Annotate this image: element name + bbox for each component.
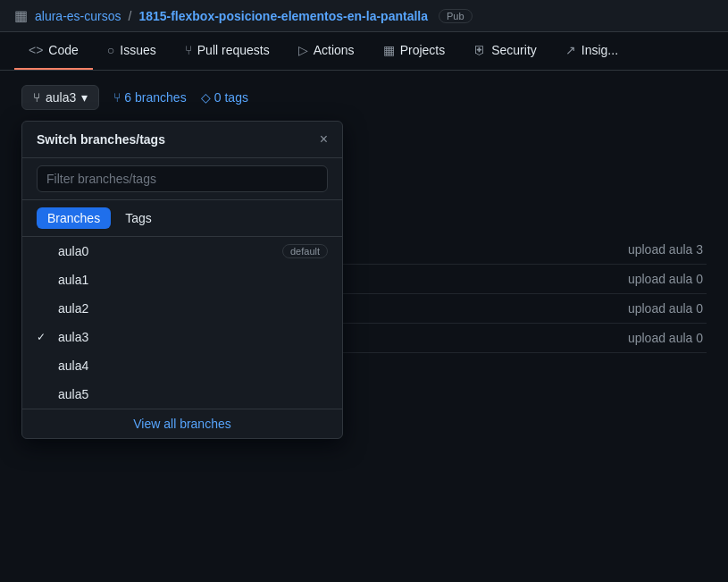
commit-msg-1: upload aula 0 bbox=[628, 272, 703, 286]
branch-selector-label: aula3 bbox=[46, 90, 76, 105]
branch-item-aula5[interactable]: aula5 bbox=[22, 380, 342, 409]
tab-actions-label: Actions bbox=[314, 43, 355, 57]
repo-separator: / bbox=[128, 9, 131, 23]
repo-owner[interactable]: alura-es-cursos bbox=[35, 9, 121, 23]
branch-item-aula4[interactable]: aula4 bbox=[22, 351, 342, 380]
branch-selector-button[interactable]: ⑂ aula3 ▾ bbox=[21, 85, 99, 110]
check-icon-aula1 bbox=[37, 274, 51, 286]
branch-item-aula0[interactable]: aula0 default bbox=[22, 237, 342, 266]
branch-item-aula2-left: aula2 bbox=[37, 301, 88, 316]
check-icon-aula3: ✓ bbox=[37, 331, 51, 343]
branch-item-aula3-left: ✓ aula3 bbox=[37, 330, 88, 344]
dropdown-tab-branches[interactable]: Branches bbox=[37, 207, 111, 229]
tab-pull-requests[interactable]: ⑂ Pull requests bbox=[171, 32, 284, 70]
commit-msg-0: upload aula 3 bbox=[628, 242, 703, 257]
check-icon-aula0 bbox=[37, 245, 51, 257]
branch-count: 6 bbox=[124, 90, 131, 105]
nav-tabs: <> Code ○ Issues ⑂ Pull requests ▷ Actio… bbox=[0, 32, 728, 71]
tab-pull-requests-label: Pull requests bbox=[197, 43, 270, 57]
tab-issues-label: Issues bbox=[120, 43, 155, 57]
tab-code[interactable]: <> Code bbox=[14, 32, 93, 70]
branch-count-label: branches bbox=[135, 90, 187, 105]
dropdown-tabs: Branches Tags bbox=[22, 200, 342, 237]
code-icon: <> bbox=[29, 43, 43, 57]
actions-icon: ▷ bbox=[298, 43, 308, 57]
check-icon-aula4 bbox=[37, 359, 51, 372]
projects-icon: ▦ bbox=[383, 43, 395, 57]
pull-requests-icon: ⑂ bbox=[185, 43, 192, 57]
tab-security-label: Security bbox=[491, 43, 537, 57]
branch-name-aula4: aula4 bbox=[58, 358, 88, 373]
dropdown-branch-list: aula0 default aula1 aula2 bbox=[22, 237, 342, 409]
branch-count-icon: ⑂ bbox=[113, 90, 121, 105]
view-all-branches-link[interactable]: View all branches bbox=[133, 417, 230, 431]
branch-item-aula2[interactable]: aula2 bbox=[22, 294, 342, 323]
repo-name[interactable]: 1815-flexbox-posicione-elementos-en-la-p… bbox=[138, 9, 428, 23]
branch-item-aula5-left: aula5 bbox=[37, 387, 88, 401]
branch-name-aula0: aula0 bbox=[58, 244, 88, 258]
repo-icon: ▦ bbox=[14, 7, 28, 24]
tag-count-label: tags bbox=[224, 90, 247, 105]
tab-insights-label: Insig... bbox=[582, 43, 618, 57]
tab-issues[interactable]: ○ Issues bbox=[93, 32, 171, 70]
dropdown-tab-branches-label: Branches bbox=[47, 211, 100, 225]
dropdown-header: Switch branches/tags × bbox=[22, 122, 342, 158]
tag-count-icon: ◇ bbox=[201, 90, 211, 105]
dropdown-tab-tags[interactable]: Tags bbox=[114, 207, 163, 229]
insights-icon: ↗ bbox=[565, 43, 576, 57]
branch-filter-input[interactable] bbox=[37, 165, 328, 192]
tag-count: 0 bbox=[214, 90, 222, 105]
branch-name-aula2: aula2 bbox=[58, 301, 88, 316]
tab-actions[interactable]: ▷ Actions bbox=[284, 32, 369, 70]
dropdown-tab-tags-label: Tags bbox=[125, 211, 152, 225]
branch-selector-icon: ⑂ bbox=[33, 90, 40, 105]
branch-name-aula1: aula1 bbox=[58, 273, 88, 287]
tag-count-link[interactable]: ◇ 0 tags bbox=[201, 90, 248, 105]
branch-count-link[interactable]: ⑂ 6 branches bbox=[113, 90, 186, 105]
branch-item-aula1[interactable]: aula1 bbox=[22, 266, 342, 294]
branch-name-aula5: aula5 bbox=[58, 387, 88, 401]
issues-icon: ○ bbox=[107, 43, 114, 57]
main-content: ⑂ aula3 ▾ ⑂ 6 branches ◇ 0 tags Switch b… bbox=[0, 71, 728, 367]
dropdown-title: Switch branches/tags bbox=[37, 132, 165, 147]
tab-projects-label: Projects bbox=[400, 43, 446, 57]
check-icon-aula2 bbox=[37, 302, 51, 315]
commit-msg-3: upload aula 0 bbox=[628, 331, 703, 345]
branch-item-aula3[interactable]: ✓ aula3 bbox=[22, 323, 342, 351]
branch-item-aula4-left: aula4 bbox=[37, 358, 88, 373]
tab-insights[interactable]: ↗ Insig... bbox=[551, 32, 632, 70]
security-icon: ⛨ bbox=[473, 43, 486, 57]
tab-projects[interactable]: ▦ Projects bbox=[369, 32, 460, 70]
branch-item-aula1-left: aula1 bbox=[37, 273, 88, 287]
branch-dropdown: Switch branches/tags × Branches Tags aul… bbox=[21, 121, 343, 439]
dropdown-search bbox=[22, 158, 342, 200]
branch-name-aula3: aula3 bbox=[58, 330, 88, 344]
visibility-badge: Pub bbox=[439, 9, 473, 23]
tab-security[interactable]: ⛨ Security bbox=[459, 32, 551, 70]
header-bar: ▦ alura-es-cursos / 1815-flexbox-posicio… bbox=[0, 0, 728, 32]
check-icon-aula5 bbox=[37, 388, 51, 401]
branch-tag-bar: ⑂ aula3 ▾ ⑂ 6 branches ◇ 0 tags bbox=[21, 85, 707, 110]
branch-item-aula0-left: aula0 bbox=[37, 244, 88, 258]
tab-code-label: Code bbox=[48, 43, 78, 57]
default-badge-aula0: default bbox=[282, 244, 328, 258]
commit-msg-2: upload aula 0 bbox=[628, 301, 703, 316]
chevron-down-icon: ▾ bbox=[81, 90, 88, 105]
dropdown-footer: View all branches bbox=[22, 409, 342, 438]
dropdown-close-button[interactable]: × bbox=[320, 132, 328, 147]
